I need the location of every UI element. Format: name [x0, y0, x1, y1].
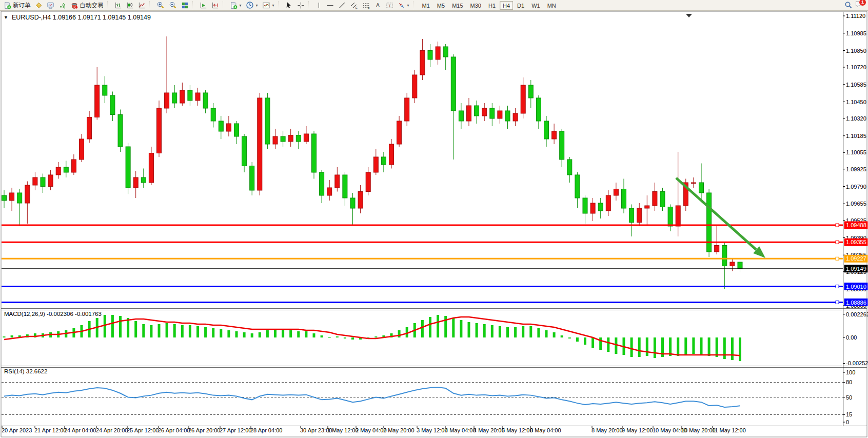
timeframe-button-M1[interactable]: M1 — [419, 1, 433, 10]
candle — [482, 108, 487, 116]
macd-histogram-bar — [166, 323, 168, 337]
macd-histogram-bar — [437, 315, 439, 337]
macd-histogram-bar — [235, 331, 238, 337]
chart-window[interactable]: 1.111201.109851.108501.107201.105851.104… — [0, 0, 868, 438]
time-axis-label: 2 May 20:00 — [383, 427, 415, 433]
timeframe-button-W1[interactable]: W1 — [528, 1, 543, 10]
chart-window-border — [1, 11, 867, 437]
zoom-out-button[interactable] — [167, 1, 179, 10]
timeframe-button-D1[interactable]: D1 — [514, 1, 527, 10]
macd-histogram-bar — [514, 327, 517, 337]
line-handle[interactable] — [836, 285, 839, 288]
signals-button[interactable] — [56, 1, 68, 10]
candle — [676, 206, 680, 226]
chart-dropdown-icon[interactable]: ▼ — [4, 15, 8, 20]
cursor-button[interactable] — [283, 1, 295, 10]
timeframe-button-M5[interactable]: M5 — [434, 1, 448, 10]
candle — [606, 195, 610, 211]
auto-scroll-button[interactable] — [198, 1, 209, 10]
price-tag-label: 1.09355 — [846, 239, 866, 245]
candle — [660, 192, 665, 207]
candle — [219, 121, 223, 131]
macd-histogram-bar — [196, 326, 199, 337]
macd-histogram-bar — [615, 337, 617, 354]
timeframe-button-M30[interactable]: M30 — [467, 1, 484, 10]
candle — [637, 208, 642, 223]
macd-histogram-bar — [716, 337, 718, 357]
indicators-button[interactable]: ▾ — [260, 1, 277, 10]
arrows-icon — [398, 2, 405, 9]
terminal-button[interactable] — [45, 1, 56, 10]
rsi-indicator-label: RSI(14) 32.6622 — [4, 368, 47, 374]
macd-histogram-bar — [421, 320, 424, 337]
macd-histogram-bar — [483, 324, 486, 337]
monitor-icon — [47, 2, 54, 9]
bar-chart-button[interactable] — [112, 1, 124, 10]
line-handle[interactable] — [836, 301, 839, 304]
candle — [149, 153, 153, 183]
line-handle[interactable] — [836, 224, 839, 227]
search-button[interactable] — [842, 1, 855, 10]
trendline-tool-button[interactable] — [336, 1, 348, 10]
timeframe-button-H4[interactable]: H4 — [500, 1, 513, 10]
candle — [436, 47, 440, 59]
zoom-out-icon — [169, 1, 177, 9]
timeframe-button-H1[interactable]: H1 — [485, 1, 499, 10]
timeframe-button-MN[interactable]: MN — [544, 1, 559, 10]
arrows-tool-button[interactable]: ▾ — [396, 1, 411, 10]
zoom-in-button[interactable] — [154, 1, 167, 10]
candle — [451, 57, 456, 111]
new-order-button[interactable]: 新订单 — [2, 1, 33, 10]
dropdown-caret-icon: ▾ — [240, 3, 242, 8]
candle — [157, 108, 162, 153]
candle — [428, 51, 432, 60]
chart-canvas[interactable]: 1.111201.109851.108501.107201.105851.104… — [0, 0, 868, 438]
search-icon — [844, 1, 853, 9]
candle — [258, 98, 262, 190]
text-tool-button[interactable]: A — [372, 1, 384, 10]
text-label-tool-button[interactable]: T — [384, 1, 396, 10]
line-handle[interactable] — [836, 241, 839, 244]
candle — [211, 108, 215, 121]
vertical-line-tool-button[interactable] — [313, 1, 324, 10]
line-handle[interactable] — [836, 257, 839, 260]
macd-histogram-bar — [111, 315, 114, 337]
chart-shift-button[interactable] — [209, 1, 221, 10]
candle — [226, 124, 231, 131]
candle — [590, 203, 595, 213]
candle — [234, 124, 239, 136]
macd-histogram-bar — [723, 337, 726, 359]
market-watch-button[interactable] — [33, 1, 45, 10]
candlestick-chart-button[interactable] — [124, 1, 136, 10]
svg-text:T: T — [388, 3, 391, 8]
time-axis-label: 25 Apr 12:00 — [127, 427, 159, 433]
fibonacci-tool-button[interactable]: F — [360, 1, 372, 10]
periods-button[interactable]: ▾ — [244, 1, 260, 10]
macd-histogram-bar — [591, 337, 594, 348]
horizontal-line-icon — [326, 2, 334, 9]
channel-tool-button[interactable]: E — [348, 1, 360, 10]
crosshair-button[interactable] — [295, 1, 307, 10]
horizontal-line-tool-button[interactable] — [324, 1, 336, 10]
macd-histogram-bar — [568, 337, 571, 339]
line-chart-button[interactable] — [136, 1, 148, 10]
time-axis-label: 4 May 04:00 — [445, 427, 476, 433]
candle — [645, 206, 649, 208]
price-axis-label: 1.10985 — [846, 30, 866, 36]
candle — [327, 188, 332, 195]
time-axis-label: 26 Apr 04:00 — [158, 427, 190, 433]
chat-notification[interactable]: 1 — [855, 0, 863, 10]
time-axis-label: 20 Apr 2023 — [2, 427, 32, 433]
chart-shift-icon — [211, 2, 219, 9]
templates-button[interactable]: ▾ — [228, 1, 244, 10]
candle — [133, 177, 138, 188]
macd-histogram-bar — [158, 324, 161, 337]
timeframe-button-M15[interactable]: M15 — [449, 1, 466, 10]
auto-trading-button[interactable]: 自动交易 — [68, 1, 106, 10]
new-order-icon — [4, 2, 11, 9]
price-tag-label: 1.09488 — [846, 222, 866, 228]
macd-histogram-bar — [654, 337, 656, 358]
price-axis-label: 1.10720 — [846, 64, 866, 70]
tile-windows-button[interactable] — [179, 1, 191, 10]
macd-histogram-bar — [460, 320, 462, 337]
